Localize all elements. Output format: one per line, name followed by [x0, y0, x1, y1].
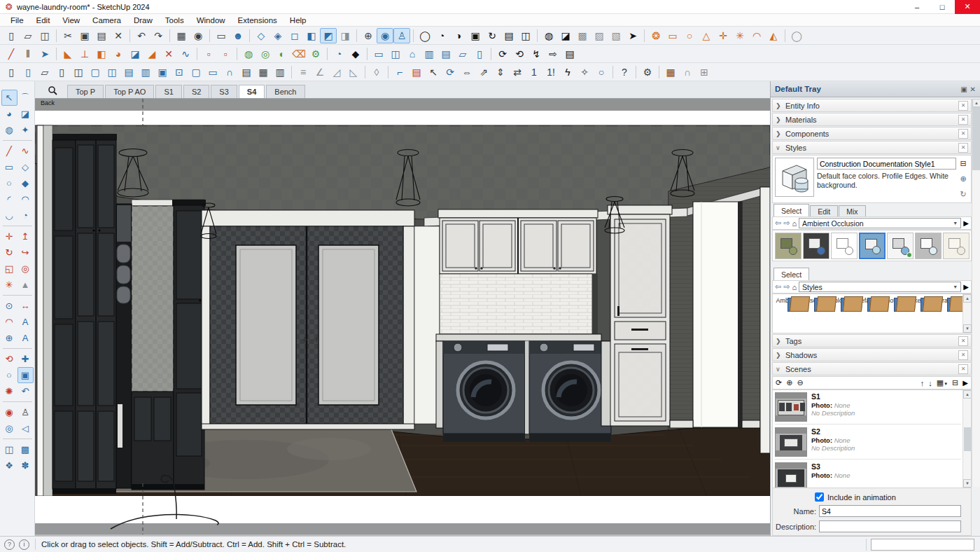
field-of-view-icon[interactable]: ◁ — [18, 420, 34, 436]
scene-tab-bench[interactable]: Bench — [266, 85, 304, 98]
vray-lock-icon[interactable]: ◫ — [517, 28, 534, 43]
cabinet-box-icon[interactable]: ▭ — [370, 46, 387, 62]
polygon-icon[interactable]: ◆ — [18, 175, 34, 191]
section-styles[interactable]: ∨ Styles ✕ — [772, 141, 972, 154]
vray-rectangle-light-icon[interactable]: ▭ — [664, 28, 681, 43]
previous-view-icon[interactable]: ↶ — [18, 383, 34, 399]
menu-tools[interactable]: Tools — [159, 16, 190, 25]
position-camera-icon[interactable]: ◉ — [377, 28, 393, 43]
solid-trim-icon[interactable]: ◐ — [274, 46, 290, 62]
stamp-icon[interactable]: ✦ — [18, 122, 34, 138]
scrollbar-thumb[interactable] — [972, 107, 980, 170]
style-thumb-gray[interactable] — [915, 233, 941, 259]
vray-sun-icon[interactable]: ❂ — [648, 28, 664, 43]
add-scene-icon[interactable]: ⊕ — [786, 378, 792, 387]
vray-spot-light-icon[interactable]: △ — [698, 28, 715, 43]
vray-ies-light-icon[interactable]: ✛ — [715, 28, 732, 43]
soften-edges-icon[interactable]: ❖ — [1, 457, 18, 474]
menu-extensions[interactable]: Extensions — [232, 16, 284, 25]
delete-icon[interactable]: ✕ — [110, 28, 127, 43]
pan-icon[interactable]: ✚ — [18, 351, 34, 367]
face-tool-icon[interactable]: ◔ — [330, 46, 347, 62]
match-photo-icon[interactable]: ▭ — [213, 28, 230, 43]
style-thumbnail[interactable] — [775, 158, 814, 197]
vray-frame-buffer-icon[interactable]: ▣ — [467, 28, 484, 43]
style-wireframe-icon[interactable]: ◈ — [270, 28, 286, 43]
style-shaded-textures-icon[interactable]: ◩ — [320, 28, 337, 43]
vray-displacement-icon[interactable]: ◍ — [540, 28, 557, 43]
frame-marker-b-icon[interactable]: ▫ — [217, 46, 234, 62]
details-arrow-icon[interactable]: ▶ — [963, 283, 969, 291]
rotate-icon[interactable]: ↻ — [1, 244, 18, 261]
section-scenes[interactable]: ∨ Scenes ✕ — [772, 362, 972, 375]
maximize-button[interactable]: □ — [930, 0, 955, 14]
push-pull-icon[interactable]: ↥ — [18, 228, 34, 244]
window-awning-icon[interactable]: ⊡ — [171, 64, 188, 80]
freehand-icon[interactable]: ∿ — [18, 143, 34, 159]
eraser-large-icon[interactable]: ◊ — [368, 64, 385, 80]
box-component-icon[interactable]: ◧ — [93, 46, 110, 62]
scroll-up-icon[interactable]: ▲ — [963, 294, 972, 303]
report-icon[interactable]: ▤ — [561, 46, 578, 62]
stand-component-icon[interactable]: ⊥ — [76, 46, 93, 62]
stairs-l-icon[interactable]: ∠ — [312, 64, 328, 80]
position-camera-icon[interactable]: ◉ — [1, 404, 18, 420]
close-button[interactable]: ✕ — [955, 0, 980, 14]
two-point-arc-icon[interactable]: ◠ — [18, 191, 34, 207]
zoom-icon[interactable]: ○ — [1, 367, 18, 383]
select-icon[interactable]: ↖ — [1, 90, 18, 106]
vray-fur-icon[interactable]: ▨ — [591, 28, 608, 43]
arc-icon[interactable]: ◜ — [1, 191, 18, 207]
vray-dome-light-icon[interactable]: ◠ — [748, 28, 765, 43]
walk-icon[interactable]: ♙ — [18, 404, 34, 420]
medeek-tool-icon[interactable]: ◆ — [347, 46, 364, 62]
remove-scene-icon[interactable]: ⊖ — [797, 378, 803, 387]
open-icon[interactable]: ▱ — [20, 28, 36, 43]
window-fixed-icon[interactable]: ▢ — [188, 64, 204, 80]
panel-component-icon[interactable]: ◪ — [127, 46, 144, 62]
new-icon[interactable]: ▯ — [3, 28, 20, 43]
window-single-icon[interactable]: ▢ — [87, 64, 104, 80]
back-arrow-icon[interactable]: ⇦ — [775, 219, 781, 228]
stretch-vertical-icon[interactable]: ⇕ — [492, 64, 509, 80]
style-thumb-sky-selected[interactable] — [859, 233, 886, 259]
vray-asset-editor-icon[interactable]: ◯ — [416, 28, 433, 43]
tab-select[interactable]: Select — [774, 204, 809, 216]
vray-sphere-light-icon[interactable]: ○ — [681, 28, 698, 43]
door-single-icon[interactable]: ▯ — [3, 64, 20, 80]
scene-tab-top-p[interactable]: Top P — [67, 85, 104, 98]
solid-subtract-icon[interactable]: ◎ — [257, 46, 274, 62]
menu-help[interactable]: Help — [284, 16, 313, 25]
style-shaded-icon[interactable]: ◧ — [303, 28, 320, 43]
undo-icon[interactable]: ↶ — [133, 28, 150, 43]
scene-description-input[interactable] — [819, 520, 961, 532]
extension-tool-icon[interactable]: ✽ — [18, 457, 34, 474]
tray-scrollbar[interactable]: ▲ — [972, 99, 980, 487]
corner-component-icon[interactable]: ◕ — [110, 46, 127, 62]
window-grid-icon[interactable]: ▦ — [255, 64, 272, 80]
scene-item-s3[interactable]: S3 Photo: None — [775, 462, 961, 488]
style-thumb-dark[interactable] — [803, 233, 830, 259]
window-arch-gray-icon[interactable]: ∩ — [679, 64, 696, 80]
rotated-rectangle-icon[interactable]: ◇ — [18, 159, 34, 175]
scene-tab-s3[interactable]: S3 — [211, 85, 237, 98]
pie-icon[interactable]: ◔ — [18, 207, 34, 223]
create-style-icon[interactable]: ⊕ — [960, 174, 966, 184]
home-icon[interactable]: ⌂ — [792, 219, 797, 228]
cross-marker-icon[interactable]: ✕ — [160, 46, 177, 62]
save-icon[interactable]: ◫ — [36, 28, 53, 43]
close-icon[interactable]: ✕ — [958, 350, 968, 360]
close-icon[interactable]: ✕ — [958, 336, 968, 346]
vray-grab-icon[interactable]: ➤ — [624, 28, 641, 43]
door-glass-icon[interactable]: ▣ — [154, 64, 171, 80]
sync-selection-icon[interactable]: ⟲ — [511, 46, 528, 62]
show-details-icon[interactable]: ⊟ — [952, 378, 958, 387]
vray-proxy-icon[interactable]: ▩ — [574, 28, 591, 43]
make-unique-force-icon[interactable]: 1! — [542, 64, 559, 80]
style-thumb-sketchy[interactable] — [831, 233, 858, 259]
section-components[interactable]: ❯ Components ✕ — [772, 127, 972, 140]
window-double-icon[interactable]: ◫ — [104, 64, 120, 80]
export-model-icon[interactable]: ⇨ — [545, 46, 561, 62]
section-entity-info[interactable]: ❯ Entity Info ✕ — [772, 99, 972, 112]
shapes-icon[interactable]: ◍ — [1, 122, 18, 138]
